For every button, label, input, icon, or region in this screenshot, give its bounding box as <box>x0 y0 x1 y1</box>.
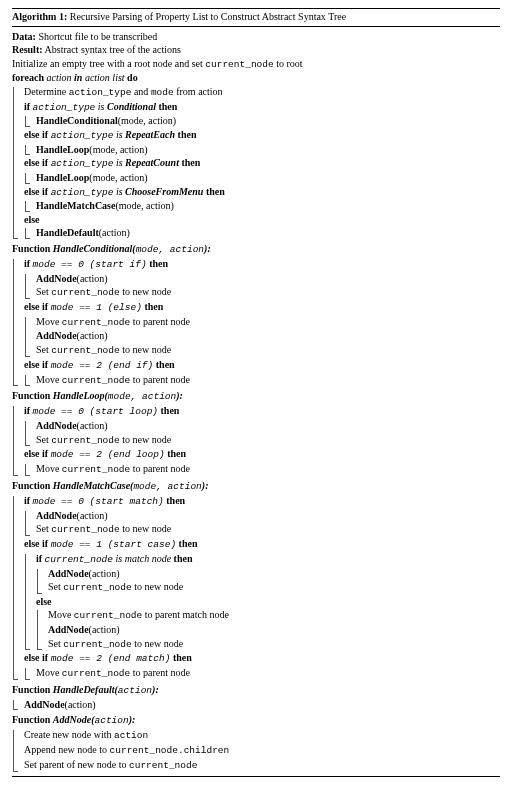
fn-an-body: Create new node with action Append new n… <box>12 728 500 772</box>
foreach-line: foreach action in action list do <box>12 71 500 85</box>
rule-bottom <box>12 776 500 777</box>
algo-title: Algorithm 1: Recursive Parsing of Proper… <box>12 10 500 24</box>
call-hd: HandleDefault(action) <box>30 226 500 240</box>
init-line: Initialize an empty tree with a root nod… <box>12 57 500 72</box>
algo-number: Algorithm 1: <box>12 11 67 22</box>
fn-hc-header: Function HandleConditional(mode, action)… <box>12 242 500 257</box>
rule-top <box>12 8 500 9</box>
fn-hd-header: Function HandleDefault(action): <box>12 683 500 698</box>
foreach-body: Determine action_type and mode from acti… <box>12 85 500 240</box>
fn-hm-body: if mode == 0 (start match) then AddNode(… <box>12 494 500 681</box>
else-line: else <box>18 213 500 227</box>
call-hl1: HandleLoop(mode, action) <box>30 143 500 157</box>
algo-title-text: Recursive Parsing of Property List to Co… <box>70 11 346 22</box>
elif-re: else if action_type is RepeatEach then <box>18 128 500 143</box>
call-hm: HandleMatchCase(mode, action) <box>30 199 500 213</box>
fn-an-header: Function AddNode(action): <box>12 713 500 728</box>
call-hc: HandleConditional(mode, action) <box>30 114 500 128</box>
data-line: Data: Shortcut file to be transcribed <box>12 30 500 44</box>
fn-hl-body: if mode == 0 (start loop) then AddNode(a… <box>12 404 500 477</box>
if-cond: if action_type is Conditional then <box>18 100 500 115</box>
determine-line: Determine action_type and mode from acti… <box>18 85 500 100</box>
fn-hd-body: AddNode(action) <box>12 698 500 712</box>
fn-hm-header: Function HandleMatchCase(mode, action): <box>12 479 500 494</box>
fn-hc-body: if mode == 0 (start if) then AddNode(act… <box>12 257 500 388</box>
rule-thin <box>12 26 500 27</box>
elif-rc: else if action_type is RepeatCount then <box>18 156 500 171</box>
fn-hl-header: Function HandleLoop(mode, action): <box>12 389 500 404</box>
result-line: Result: Abstract syntax tree of the acti… <box>12 43 500 57</box>
elif-cm: else if action_type is ChooseFromMenu th… <box>18 185 500 200</box>
call-hl2: HandleLoop(mode, action) <box>30 171 500 185</box>
